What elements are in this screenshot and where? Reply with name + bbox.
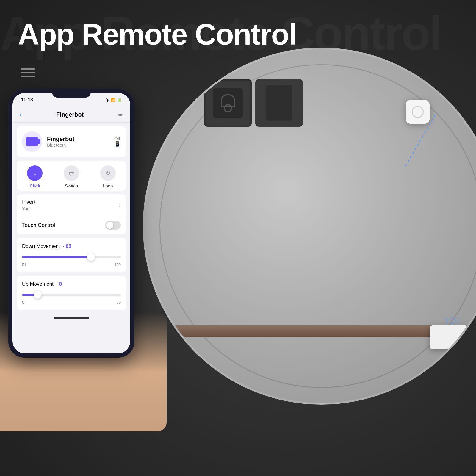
up-slider-min: 0 bbox=[22, 300, 24, 305]
device-name: Fingerbot bbox=[47, 136, 109, 143]
fingerbot-circle bbox=[412, 106, 424, 118]
device-status: Off bbox=[114, 136, 121, 141]
down-slider-max: 100 bbox=[114, 262, 121, 267]
down-slider-labels: 51 100 bbox=[22, 262, 121, 267]
app-content: Fingerbot Bluetooth Off 📳 ↓ Click bbox=[12, 123, 130, 314]
back-button[interactable]: ‹ bbox=[20, 111, 22, 119]
status-icons: ❯ 📶 🔋 bbox=[106, 98, 122, 102]
click-label: Click bbox=[29, 183, 40, 188]
up-movement-title: Up Movement · 8 bbox=[22, 281, 121, 287]
home-bar bbox=[12, 314, 130, 322]
invert-row[interactable]: Invert Yes › bbox=[17, 194, 126, 216]
fingerbot-device bbox=[406, 100, 430, 124]
battery-icon: 🔋 bbox=[117, 98, 122, 102]
hamburger-line-3 bbox=[21, 76, 35, 77]
nav-bar: ‹ Fingerbot ✏ bbox=[12, 107, 130, 123]
down-movement-slider-container[interactable] bbox=[22, 254, 121, 260]
settings-group: Invert Yes › Touch Control bbox=[17, 194, 126, 234]
phone-notch bbox=[52, 89, 91, 98]
touch-control-toggle[interactable] bbox=[105, 221, 121, 230]
bluetooth-hub bbox=[430, 325, 468, 349]
switch-box bbox=[255, 79, 303, 127]
circle-background: ) ⬠ ( bbox=[143, 48, 476, 405]
device-icon bbox=[26, 137, 38, 146]
outlet-inner bbox=[213, 88, 243, 118]
invert-info: Invert Yes bbox=[22, 199, 35, 211]
shelf-surface bbox=[145, 325, 476, 337]
switch-label: Switch bbox=[65, 183, 78, 188]
switch-inner bbox=[266, 85, 292, 121]
down-slider-fill bbox=[22, 256, 91, 258]
mode-switch-button[interactable]: ⇄ Switch bbox=[64, 165, 79, 188]
down-movement-section: Down Movement · 85 51 100 bbox=[17, 238, 126, 272]
invert-label: Invert bbox=[22, 199, 35, 205]
page-title: App Remote Control bbox=[18, 18, 296, 51]
toggle-thumb bbox=[106, 222, 113, 229]
up-slider-max: 50 bbox=[117, 300, 121, 305]
touch-control-label: Touch Control bbox=[22, 222, 55, 228]
click-icon: ↓ bbox=[27, 165, 43, 181]
outlet-box bbox=[204, 79, 252, 127]
device-icon-circle bbox=[22, 131, 42, 152]
loop-label: Loop bbox=[103, 183, 113, 188]
location-icon: ❯ bbox=[106, 98, 109, 102]
down-slider-thumb[interactable] bbox=[87, 253, 95, 261]
hamburger-menu[interactable] bbox=[21, 68, 35, 77]
device-info: Fingerbot Bluetooth bbox=[47, 136, 109, 148]
status-time: 11:13 bbox=[21, 97, 33, 103]
up-slider-thumb[interactable] bbox=[34, 291, 42, 299]
down-slider-min: 51 bbox=[22, 262, 26, 267]
mode-click-button[interactable]: ↓ Click bbox=[27, 165, 43, 188]
invert-chevron-icon: › bbox=[119, 202, 121, 209]
wave-right-icon: ( bbox=[457, 317, 459, 325]
phone-wrapper: 11:13 ❯ 📶 🔋 ‹ Fingerbot ✏ bbox=[0, 89, 167, 431]
up-movement-value: · 8 bbox=[56, 281, 62, 287]
up-slider-labels: 0 50 bbox=[22, 300, 121, 305]
mode-row: ↓ Click ⇄ Switch ↻ Loop bbox=[17, 161, 126, 191]
wall-panel bbox=[204, 79, 303, 127]
up-movement-section: Up Movement · 8 0 50 bbox=[17, 276, 126, 310]
wave-left-icon: ) bbox=[445, 317, 447, 325]
invert-value: Yes bbox=[22, 206, 35, 211]
hamburger-line-2 bbox=[21, 72, 35, 73]
bluetooth-status-icon: 📳 bbox=[114, 141, 121, 148]
device-status-area: Off 📳 bbox=[114, 136, 121, 148]
wall-scene: ) ⬠ ( bbox=[145, 49, 476, 403]
edit-button[interactable]: ✏ bbox=[118, 111, 123, 118]
mode-loop-button[interactable]: ↻ Loop bbox=[100, 165, 116, 188]
phone-screen: 11:13 ❯ 📶 🔋 ‹ Fingerbot ✏ bbox=[12, 93, 130, 353]
device-connection: Bluetooth bbox=[47, 143, 109, 148]
wifi-icon: 📶 bbox=[111, 98, 115, 102]
down-movement-title: Down Movement · 85 bbox=[22, 243, 121, 249]
home-indicator bbox=[54, 317, 89, 319]
phone-frame: 11:13 ❯ 📶 🔋 ‹ Fingerbot ✏ bbox=[9, 89, 134, 357]
bluetooth-icon: ⬠ bbox=[449, 316, 456, 325]
touch-control-row: Touch Control bbox=[17, 216, 126, 234]
device-card: Fingerbot Bluetooth Off 📳 bbox=[17, 126, 126, 157]
switch-icon: ⇄ bbox=[64, 165, 79, 181]
hamburger-line-1 bbox=[21, 68, 35, 70]
bluetooth-signal: ) ⬠ ( bbox=[445, 316, 459, 325]
down-movement-value: · 85 bbox=[63, 243, 71, 249]
up-movement-slider-container[interactable] bbox=[22, 292, 121, 298]
nav-title: Fingerbot bbox=[56, 111, 84, 118]
loop-icon: ↻ bbox=[100, 165, 116, 181]
